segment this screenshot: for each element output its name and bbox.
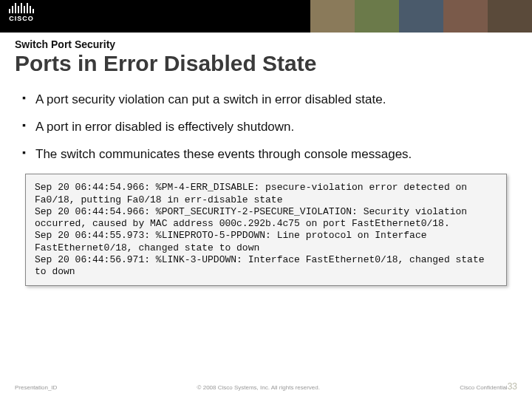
slide-title: Ports in Error Disabled State xyxy=(15,52,517,75)
top-bar: CISCO xyxy=(0,0,532,33)
console-output-box: Sep 20 06:44:54.966: %PM-4-ERR_DISABLE: … xyxy=(25,174,507,286)
section-eyebrow: Switch Port Security xyxy=(15,38,517,50)
logo-text: CISCO xyxy=(9,15,34,22)
page-number: 33 xyxy=(508,381,517,392)
title-block: Switch Port Security Ports in Error Disa… xyxy=(0,33,532,80)
footer-copyright: © 2008 Cisco Systems, Inc. All rights re… xyxy=(57,384,460,391)
footer: Presentation_ID © 2008 Cisco Systems, In… xyxy=(0,381,532,392)
cisco-bridge-icon xyxy=(9,3,34,13)
footer-left: Presentation_ID xyxy=(15,384,57,391)
bullet-item: The switch communicates these events thr… xyxy=(22,146,510,162)
console-output-text: Sep 20 06:44:54.966: %PM-4-ERR_DISABLE: … xyxy=(25,174,507,286)
bullet-list: A port security violation can put a swit… xyxy=(22,92,510,163)
cisco-logo: CISCO xyxy=(9,3,34,22)
footer-confidential: Cisco Confidential xyxy=(460,384,507,391)
slide-body: A port security violation can put a swit… xyxy=(0,80,532,400)
bullet-item: A port security violation can put a swit… xyxy=(22,92,510,107)
decorative-photo-strip xyxy=(310,0,532,33)
bullet-item: A port in error disabled is effectively … xyxy=(22,119,510,134)
slide: CISCO Switch Port Security Ports in Erro… xyxy=(0,0,532,399)
